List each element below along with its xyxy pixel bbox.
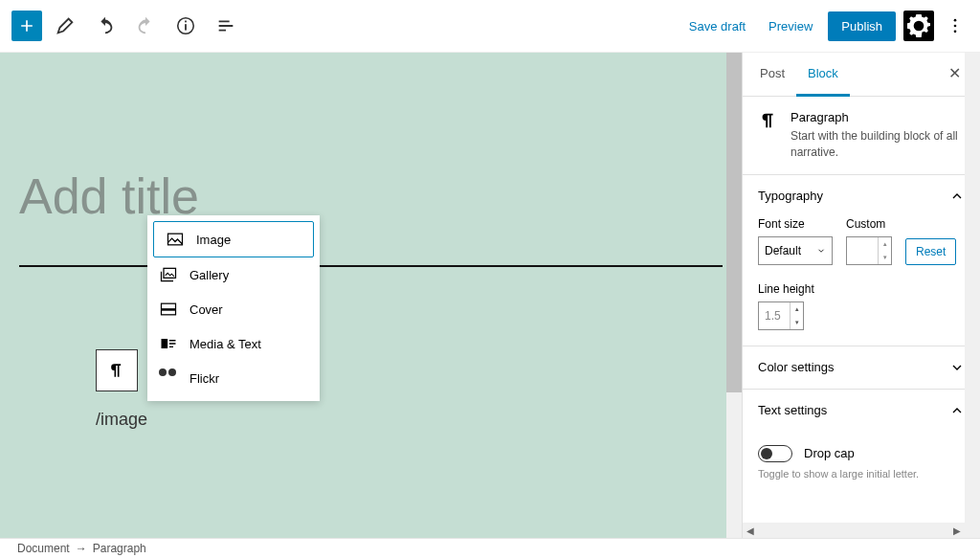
- redo-icon: [135, 15, 156, 36]
- autocomplete-item-label: Media & Text: [189, 337, 261, 351]
- sidebar-horizontal-scrollbar[interactable]: ◀▶: [743, 523, 965, 538]
- section-heading: Color settings: [758, 360, 834, 374]
- editor-canvas[interactable]: Add title Image: [0, 53, 742, 538]
- reset-font-size-button[interactable]: Reset: [905, 238, 956, 265]
- block-type-button[interactable]: [97, 350, 137, 391]
- block-description: Start with the building block of all nar…: [791, 128, 965, 161]
- custom-size-input[interactable]: ▴▾: [846, 236, 892, 265]
- svg-rect-12: [162, 308, 176, 311]
- line-height-label: Line height: [758, 282, 965, 296]
- autocomplete-item-cover[interactable]: Cover: [147, 292, 320, 326]
- autocomplete-item-media-text[interactable]: Media & Text: [147, 326, 320, 361]
- preview-button[interactable]: Preview: [761, 13, 820, 39]
- svg-rect-9: [168, 234, 183, 245]
- font-size-select[interactable]: Default: [758, 236, 833, 265]
- post-title-input[interactable]: Add title: [19, 167, 723, 225]
- tab-post[interactable]: Post: [748, 53, 796, 96]
- svg-point-5: [954, 31, 957, 33]
- autocomplete-item-label: Gallery: [189, 268, 229, 282]
- text-section-toggle[interactable]: Text settings: [743, 390, 980, 432]
- paragraph-icon: [107, 361, 126, 380]
- autocomplete-item-image[interactable]: Image: [153, 221, 314, 257]
- section-heading: Text settings: [758, 403, 827, 417]
- typography-section-toggle[interactable]: Typography: [743, 175, 980, 217]
- tab-block[interactable]: Block: [796, 53, 850, 97]
- more-options-button[interactable]: [942, 11, 969, 41]
- svg-point-3: [954, 19, 957, 22]
- svg-rect-1: [185, 24, 187, 30]
- cover-icon: [159, 300, 178, 319]
- breadcrumb-item[interactable]: Paragraph: [93, 542, 146, 555]
- section-heading: Typography: [758, 189, 823, 203]
- redo-button: [128, 9, 163, 43]
- custom-size-label: Custom: [846, 217, 892, 231]
- plus-icon: [17, 16, 36, 35]
- breadcrumb: Document → Paragraph: [0, 538, 980, 558]
- svg-point-4: [954, 25, 957, 28]
- drop-cap-description: Toggle to show a large initial letter.: [743, 468, 980, 493]
- chevron-up-icon: [949, 403, 965, 418]
- svg-rect-2: [185, 21, 187, 23]
- sidebar-close-button[interactable]: ✕: [948, 64, 961, 82]
- canvas-vertical-scrollbar[interactable]: [726, 53, 742, 538]
- gallery-icon: [159, 265, 178, 284]
- settings-button[interactable]: [903, 11, 934, 41]
- color-section-toggle[interactable]: Color settings: [743, 346, 980, 389]
- block-name: Paragraph: [791, 110, 965, 124]
- info-icon: [175, 15, 196, 36]
- chevron-down-icon: [816, 246, 826, 256]
- image-icon: [166, 230, 185, 249]
- gear-icon: [903, 11, 934, 41]
- info-button[interactable]: [168, 9, 203, 43]
- outline-button[interactable]: [209, 9, 243, 43]
- block-autocomplete-popover: Image Gallery Cover Media & Text Flickr: [147, 215, 320, 401]
- publish-button[interactable]: Publish: [828, 11, 896, 41]
- list-view-icon: [215, 15, 236, 36]
- undo-icon: [95, 15, 116, 36]
- save-draft-button[interactable]: Save draft: [681, 13, 753, 39]
- block-type-toolbar: [96, 349, 138, 391]
- paragraph-block-input[interactable]: /image: [96, 410, 147, 430]
- media-text-icon: [159, 334, 178, 353]
- autocomplete-item-label: Flickr: [189, 371, 219, 386]
- chevron-down-icon: [949, 360, 965, 375]
- breadcrumb-separator: →: [76, 542, 87, 555]
- separator: [19, 265, 723, 267]
- line-height-input[interactable]: 1.5 ▴▾: [758, 301, 804, 330]
- autocomplete-item-flickr[interactable]: Flickr: [147, 361, 320, 395]
- chevron-up-icon: [949, 189, 965, 204]
- add-block-button[interactable]: [11, 11, 42, 41]
- font-size-label: Font size: [758, 217, 833, 231]
- settings-sidebar: Post Block ✕ Paragraph Start with the bu…: [742, 53, 980, 538]
- edit-mode-button[interactable]: [48, 9, 82, 43]
- flickr-icon: [159, 368, 178, 388]
- sidebar-vertical-scrollbar[interactable]: [965, 53, 980, 538]
- autocomplete-item-gallery[interactable]: Gallery: [147, 257, 320, 292]
- undo-button[interactable]: [88, 9, 122, 43]
- pencil-icon: [55, 15, 76, 36]
- paragraph-icon: [758, 110, 779, 131]
- drop-cap-label: Drop cap: [804, 446, 855, 460]
- breadcrumb-item[interactable]: Document: [17, 542, 70, 555]
- svg-rect-13: [162, 339, 168, 348]
- dots-vertical-icon: [946, 16, 965, 35]
- autocomplete-item-label: Cover: [189, 302, 223, 317]
- drop-cap-toggle[interactable]: [758, 445, 792, 462]
- autocomplete-item-label: Image: [196, 233, 231, 247]
